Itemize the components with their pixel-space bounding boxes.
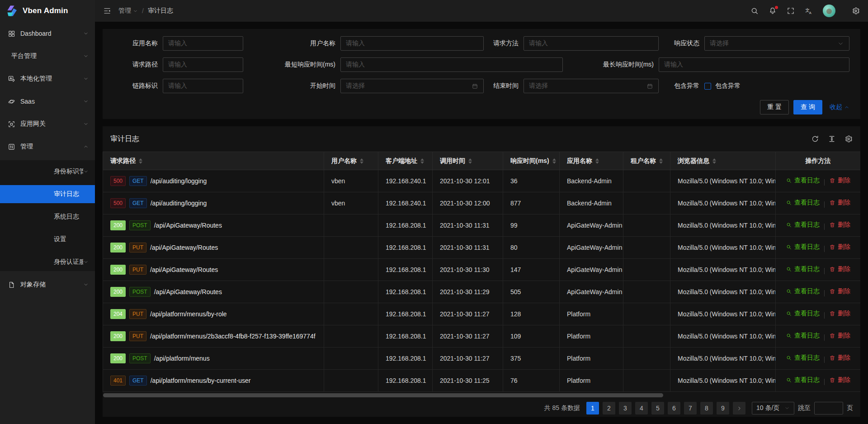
view-log-button[interactable]: 查看日志 [786,265,820,273]
delete-button[interactable]: 删除 [829,287,850,295]
sidebar-item-platform[interactable]: 平台管理 [0,47,95,65]
column-header-3[interactable]: 客户端地址 [378,152,433,170]
view-log-button[interactable]: 查看日志 [786,332,820,340]
sidebar-item-identity[interactable]: 身份标识管理 [0,162,95,181]
view-log-button[interactable]: 查看日志 [786,354,820,362]
view-log-label: 查看日志 [794,176,820,185]
has-exception-checkbox[interactable] [704,83,711,90]
page-button-5[interactable]: 5 [651,402,664,414]
search-button[interactable]: 查 询 [793,100,822,114]
filter-max-response-time-input[interactable]: 请输入 [659,57,849,72]
delete-button[interactable]: 删除 [829,221,850,229]
delete-button[interactable]: 删除 [829,176,850,185]
column-header-label: 操作方法 [806,157,831,165]
search-icon[interactable] [750,7,759,15]
vben-logo-icon [6,5,19,17]
page-button-2[interactable]: 2 [603,402,615,414]
view-log-button[interactable]: 查看日志 [786,199,820,207]
sidebar-item-auth-server[interactable]: 身份认证服务器 [0,253,95,271]
page-button-1[interactable]: 1 [586,402,599,414]
delete-button[interactable]: 删除 [829,199,850,207]
status-badge: 200 [110,331,126,341]
filter-response-status-select[interactable]: 请选择 [704,36,849,51]
cell-request-path: 200PUT/api/ApiGateway/Routes [103,259,324,281]
filter-min-response-time-input[interactable]: 请输入 [340,57,563,72]
sidebar-item-system-log[interactable]: 系统日志 [0,208,95,226]
delete-button[interactable]: 删除 [829,310,850,318]
column-header-6[interactable]: 应用名称 [560,152,623,170]
filter-http-method-input[interactable]: 请输入 [524,36,659,51]
column-header-1[interactable]: 请求路径 [103,152,324,170]
horizontal-scrollbar[interactable] [103,393,663,397]
view-log-button[interactable]: 查看日志 [786,287,820,295]
column-header-4[interactable]: 调用时间 [433,152,503,170]
page-button-3[interactable]: 3 [619,402,632,414]
status-badge: 200 [110,243,126,252]
filter-app-name-input[interactable]: 请输入 [163,36,243,51]
gear-icon[interactable] [852,7,860,15]
collapse-label: 收起 [830,103,842,111]
page-button-9[interactable]: 9 [717,402,729,414]
page-button-8[interactable]: 8 [700,402,713,414]
page-button-4[interactable]: 4 [635,402,648,414]
request-path-text: /api/ApiGateway/Routes [154,288,222,295]
jump-page-input[interactable] [814,402,843,414]
delete-label: 删除 [838,310,850,318]
table-tools [811,135,853,143]
fullscreen-icon[interactable] [787,7,795,15]
sidebar-item-localization[interactable]: 本地化管理 [0,70,95,88]
checkbox-text: 包含异常 [715,82,741,90]
page-button-7[interactable]: 7 [684,402,697,414]
column-header-5[interactable]: 响应时间(ms) [503,152,560,170]
sidebar-item-saas[interactable]: Saas [0,92,95,110]
delete-button[interactable]: 删除 [829,243,850,251]
column-header-7[interactable]: 租户名称 [623,152,670,170]
view-log-button[interactable]: 查看日志 [786,376,820,384]
cell-response-time: 505 [503,281,560,303]
column-header-8[interactable]: 浏览器信息 [670,152,776,170]
delete-button[interactable]: 删除 [829,354,850,362]
sidebar-collapse-icon[interactable] [103,7,111,15]
cell-tenant-name [623,237,670,259]
page-button-6[interactable]: 6 [668,402,680,414]
next-page-button[interactable] [733,402,745,414]
delete-button[interactable]: 删除 [829,265,850,273]
logo[interactable]: Vben Admin [0,0,95,22]
view-log-button[interactable]: 查看日志 [786,176,820,185]
avatar[interactable] [823,5,835,17]
sidebar-item-audit-log[interactable]: 审计日志 [0,185,95,203]
filter-request-path-input[interactable]: 请输入 [163,57,243,72]
table-row: 200POST/api/ApiGateway/Routes192.168.208… [103,281,861,303]
sidebar-item-settings[interactable]: 设置 [0,230,95,248]
sidebar-item-dashboard[interactable]: Dashboard [0,24,95,43]
view-log-label: 查看日志 [794,376,820,384]
row-height-icon[interactable] [828,135,836,143]
view-log-button[interactable]: 查看日志 [786,243,820,251]
refresh-icon[interactable] [811,135,819,143]
table-row: 200PUT/api/ApiGateway/Routes192.168.208.… [103,259,861,281]
sidebar-item-management[interactable]: 管理 [0,138,95,156]
gear-icon[interactable] [844,135,853,143]
cell-actions: 查看日志删除 [776,214,861,237]
view-log-button[interactable]: 查看日志 [786,221,820,229]
column-header-label: 用户名称 [331,157,363,165]
filter-user-name-input[interactable]: 请输入 [340,36,484,51]
translate-icon[interactable]: 文A [805,7,813,15]
sort-icon [552,158,556,164]
filter-start-time-date[interactable]: 请选择 [340,79,484,93]
reset-button[interactable]: 重 置 [760,100,789,114]
view-log-label: 查看日志 [794,287,820,295]
delete-button[interactable]: 删除 [829,376,850,384]
column-header-2[interactable]: 用户名称 [324,152,378,170]
view-log-button[interactable]: 查看日志 [786,310,820,318]
collapse-link[interactable]: 收起 [830,103,849,111]
sidebar-item-gateway[interactable]: 应用网关 [0,115,95,133]
sidebar-item-object-storage[interactable]: 对象存储 [0,276,95,294]
bell-icon[interactable] [769,7,777,15]
view-log-label: 查看日志 [794,310,820,318]
page-size-select[interactable]: 10 条/页 [752,402,794,414]
filter-trace-id-input[interactable]: 请输入 [163,79,243,93]
delete-button[interactable]: 删除 [829,332,850,340]
filter-end-time-date[interactable]: 请选择 [524,79,659,93]
breadcrumb-parent[interactable]: 管理 [118,7,138,15]
